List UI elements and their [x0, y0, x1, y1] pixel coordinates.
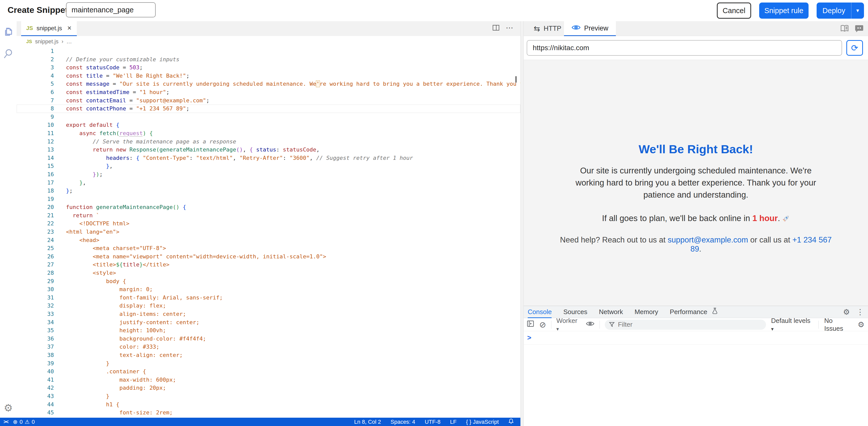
devtools-tab-memory[interactable]: Memory	[634, 306, 658, 318]
console-output[interactable]: >	[524, 331, 868, 426]
code-line[interactable]: 33 align-items: center;	[17, 310, 520, 318]
devtools-tab-performance[interactable]: Performance	[670, 306, 707, 318]
clear-console-icon[interactable]: ⊘	[539, 321, 546, 329]
tab-snippet-js[interactable]: JS snippet.js ✕	[21, 21, 77, 36]
devtools-tab-network[interactable]: Network	[599, 306, 623, 318]
snippet-rule-button[interactable]: Snippet rule	[759, 2, 809, 19]
code-line[interactable]: 25 <meta charset="UTF-8">	[17, 244, 520, 253]
code-line[interactable]: 41 max-width: 600px;	[17, 376, 520, 384]
live-expression-eye-icon[interactable]	[586, 320, 594, 329]
experiments-flask-icon[interactable]	[712, 308, 718, 316]
settings-gear-icon[interactable]: ⚙	[0, 403, 17, 413]
search-icon[interactable]	[0, 48, 17, 59]
code-line[interactable]: 10export default {	[17, 121, 520, 129]
cursor-position[interactable]: Ln 8, Col 2	[354, 419, 381, 425]
deploy-button[interactable]: Deploy	[817, 2, 851, 19]
code-line[interactable]: 14 headers: { "Content-Type": "text/html…	[17, 154, 520, 162]
code-line[interactable]: 18};	[17, 187, 520, 195]
code-line[interactable]: 43 }	[17, 392, 520, 401]
scrollbar-thumb[interactable]	[515, 76, 517, 83]
eol-sequence[interactable]: LF	[450, 419, 457, 425]
code-line[interactable]: 9	[17, 113, 520, 121]
cancel-button[interactable]: Cancel	[717, 2, 751, 19]
code-line[interactable]: 29 body {	[17, 277, 520, 286]
deploy-dropdown-caret-icon[interactable]: ▾	[851, 2, 864, 19]
tab-preview[interactable]: Preview	[564, 21, 616, 36]
docs-book-icon[interactable]	[840, 25, 849, 33]
code-line[interactable]: 39 }	[17, 360, 520, 368]
line-number: 27	[17, 261, 54, 269]
files-icon[interactable]	[0, 27, 17, 37]
code-line[interactable]: 6const estimatedTime = "1 hour";	[17, 88, 520, 96]
code-line[interactable]: 12 // Serve the maintenance page as a re…	[17, 138, 520, 146]
code-line[interactable]: 4const title = "We'll Be Right Back!";	[17, 72, 520, 80]
pane-divider[interactable]	[520, 21, 524, 426]
code-line[interactable]: 26 <meta name="viewport" content="width=…	[17, 253, 520, 261]
code-line[interactable]: 28 <style>	[17, 269, 520, 277]
code-line[interactable]: 40 .container {	[17, 368, 520, 376]
filter-input[interactable]	[605, 320, 766, 330]
line-number: 9	[17, 113, 54, 121]
tab-close-icon[interactable]: ✕	[67, 25, 71, 31]
code-line[interactable]: 24 <head>	[17, 236, 520, 245]
notifications-bell-icon[interactable]	[508, 418, 514, 426]
code-line[interactable]: 15 },	[17, 162, 520, 170]
code-line[interactable]: 27 <title>${title}</title>	[17, 261, 520, 269]
code-line[interactable]: 35 height: 100vh;	[17, 326, 520, 335]
url-input[interactable]	[527, 40, 842, 56]
support-email-link[interactable]: support@example.com	[668, 235, 748, 244]
code-line[interactable]: 32 display: flex;	[17, 302, 520, 310]
code-line[interactable]: 30 margin: 0;	[17, 285, 520, 294]
encoding[interactable]: UTF-8	[425, 419, 440, 425]
problems-indicator[interactable]: ⊗ 0 ⚠ 0	[13, 419, 35, 425]
context-selector[interactable]: Worker ▾	[556, 317, 581, 333]
code-line[interactable]: 21 return `	[17, 211, 520, 220]
code-line[interactable]: 3const statusCode = 503;	[17, 63, 520, 72]
devtools-settings-gear-icon[interactable]: ⚙	[843, 308, 850, 316]
code-line[interactable]: 7const contactEmail = "support@example.c…	[17, 96, 520, 105]
code-line[interactable]: 44 h1 {	[17, 401, 520, 409]
remote-indicator-icon[interactable]: ><	[3, 419, 8, 425]
split-editor-icon[interactable]	[493, 25, 499, 30]
issues-counter[interactable]: No Issues	[824, 317, 852, 333]
discord-icon[interactable]	[855, 24, 864, 33]
devtools-tab-sources[interactable]: Sources	[563, 306, 587, 318]
snippet-name-input[interactable]	[66, 2, 156, 18]
code-line[interactable]: 34 justify-content: center;	[17, 318, 520, 327]
code-line[interactable]: 23<html lang="en">	[17, 228, 520, 236]
code-line[interactable]: 8const contactPhone = "+1 234 567 89";	[17, 105, 520, 113]
indentation[interactable]: Spaces: 4	[391, 419, 415, 425]
code-line[interactable]: 11 async fetch(request) {	[17, 129, 520, 138]
language-mode[interactable]: { } JavaScript	[466, 419, 499, 425]
code-line[interactable]: 5const message = "Our site is currently …	[17, 80, 520, 88]
console-sidebar-toggle-icon[interactable]	[527, 320, 534, 329]
code-text: <head>	[54, 236, 520, 245]
console-prompt-chevron[interactable]: >	[527, 334, 531, 342]
breadcrumb-more[interactable]: …	[66, 38, 72, 45]
devtools-tab-console[interactable]: Console	[528, 306, 552, 318]
reload-button[interactable]: ⟳	[846, 40, 863, 56]
console-settings-gear-icon[interactable]: ⚙	[858, 321, 865, 329]
more-actions-icon[interactable]: ⋯	[506, 25, 513, 30]
breadcrumb-file[interactable]: snippet.js	[35, 38, 58, 45]
devtools-menu-dots-icon[interactable]: ⋮	[857, 308, 864, 316]
code-line[interactable]: 1	[17, 47, 520, 55]
code-line[interactable]: 31 font-family: Arial, sans-serif;	[17, 294, 520, 302]
code-text: justify-content: center;	[54, 318, 520, 327]
code-line[interactable]: 36 background-color: #f4f4f4;	[17, 335, 520, 343]
code-line[interactable]: 19	[17, 195, 520, 203]
log-levels-dropdown[interactable]: Default levels ▾	[771, 317, 813, 333]
code-line[interactable]: 13 return new Response(generateMaintenan…	[17, 146, 520, 154]
code-line[interactable]: 17 },	[17, 179, 520, 187]
code-line[interactable]: 42 padding: 20px;	[17, 384, 520, 392]
code-line[interactable]: 20function generateMaintenancePage() {	[17, 203, 520, 211]
code-line[interactable]: 16 });	[17, 170, 520, 179]
code-line[interactable]: 22 <!DOCTYPE html>	[17, 220, 520, 228]
code-line[interactable]: 38 text-align: center;	[17, 351, 520, 360]
tab-http[interactable]: ⇆ HTTP	[526, 21, 569, 36]
code-editor[interactable]: 12// Define your customizable inputs3con…	[17, 47, 520, 418]
code-line[interactable]: 37 color: #333;	[17, 343, 520, 351]
code-text: color: #333;	[54, 343, 520, 351]
code-line[interactable]: 2// Define your customizable inputs	[17, 55, 520, 64]
code-line[interactable]: 45 font-size: 2rem;	[17, 408, 520, 417]
